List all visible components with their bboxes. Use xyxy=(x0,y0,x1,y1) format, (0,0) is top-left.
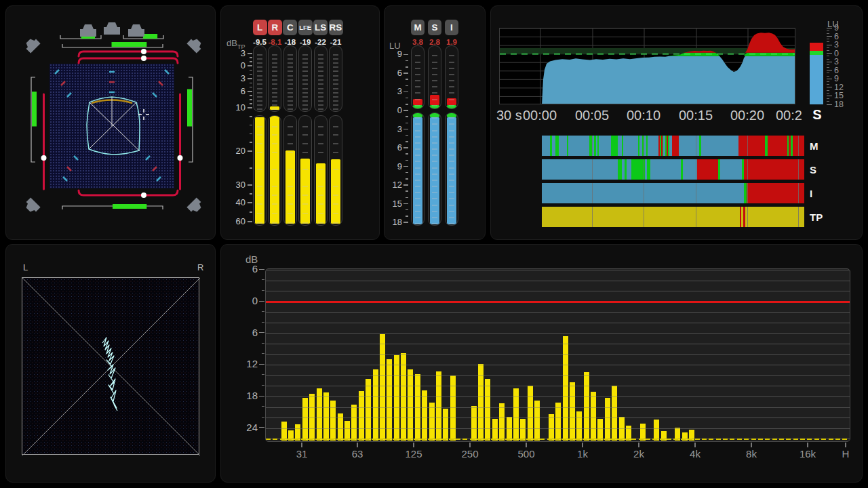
scale-tick xyxy=(248,221,252,222)
pill-tick xyxy=(432,186,437,187)
spectrum-gridline xyxy=(266,291,850,291)
spectrum-bar xyxy=(366,379,371,441)
channel-chip-RS[interactable]: RS xyxy=(329,20,343,35)
strip-gridline xyxy=(747,159,748,180)
channel-chip-R[interactable]: R xyxy=(268,20,282,35)
history-chart[interactable] xyxy=(499,28,795,104)
live-meter-label: S xyxy=(810,107,824,123)
pill-tick xyxy=(257,222,262,224)
lu-scale-number: 6 xyxy=(384,142,402,153)
strip-label-TP: TP xyxy=(810,211,823,223)
pill-tick xyxy=(257,134,262,136)
spectrum-x-label: H xyxy=(831,448,861,460)
pill-tick xyxy=(272,62,277,64)
strip-segment xyxy=(672,136,679,156)
channel-chip-LFE[interactable]: LFE xyxy=(298,20,313,35)
pill-tick xyxy=(333,222,338,224)
spectrum-chart[interactable] xyxy=(265,268,850,442)
gonio-display[interactable] xyxy=(22,277,199,455)
scale-minor-tick xyxy=(250,70,252,71)
speaker-wide-right-icon xyxy=(186,36,203,53)
spectrum-y-minor-tick xyxy=(262,374,264,375)
scale-minor-tick xyxy=(250,142,252,143)
strip-S[interactable] xyxy=(542,159,804,180)
strip-gridline xyxy=(592,136,593,156)
right-scale-tick xyxy=(827,70,832,70)
pill-tick xyxy=(333,54,338,56)
pill-tick xyxy=(333,96,338,98)
speaker-center-icon xyxy=(104,22,120,35)
pill-tick xyxy=(272,92,277,94)
pill-tick xyxy=(302,213,308,214)
lu-minor-tick xyxy=(406,216,408,217)
pill-tick xyxy=(272,104,277,106)
gonio-left-label: L xyxy=(23,262,28,272)
lu-chip-S[interactable]: S xyxy=(428,20,441,35)
spectrum-bar xyxy=(563,336,568,441)
strip-TP[interactable] xyxy=(542,207,804,227)
spectrum-bar xyxy=(654,420,659,441)
spectrum-y-minor-tick xyxy=(262,385,264,386)
spectrum-x-label: 63 xyxy=(342,448,372,460)
pill-tick xyxy=(318,104,323,106)
surround-level-rear xyxy=(113,204,146,209)
level-bar-LS xyxy=(316,163,326,224)
pill-tick xyxy=(288,169,293,170)
right-scale-tick xyxy=(827,104,832,105)
pill-tick xyxy=(333,100,338,102)
pill-tick xyxy=(333,58,338,60)
spectrum-bar xyxy=(471,406,477,441)
spectrum-x-tick xyxy=(301,443,302,447)
pill-tick xyxy=(449,92,454,94)
pill-tick xyxy=(318,213,323,214)
pill-tick xyxy=(272,108,277,110)
spectrum-y-label: 18 xyxy=(237,390,258,401)
right-scale-minor-tick xyxy=(827,47,829,48)
pill-tick xyxy=(288,79,293,81)
pill-tick xyxy=(302,169,308,170)
pill-tick xyxy=(333,195,338,196)
channel-chip-C[interactable]: C xyxy=(283,20,297,35)
spectrum-x-tick xyxy=(357,443,358,447)
lu-pill-S xyxy=(428,113,441,226)
pill-tick xyxy=(432,74,437,75)
right-scale-minor-tick xyxy=(827,90,829,91)
pill-tick xyxy=(257,54,262,56)
pill-tick xyxy=(302,104,308,106)
lu-scale-tick xyxy=(403,166,408,167)
lu-chip-I[interactable]: I xyxy=(445,20,458,35)
channel-chip-L[interactable]: L xyxy=(253,20,267,35)
strip-M[interactable] xyxy=(542,136,804,156)
pill-tick xyxy=(333,126,338,127)
right-scale-minor-tick xyxy=(827,67,829,68)
pill-tick xyxy=(432,174,437,175)
pill-tick xyxy=(415,186,420,187)
channel-chip-LS[interactable]: LS xyxy=(313,20,328,35)
pill-tick xyxy=(257,66,262,68)
strip-I[interactable] xyxy=(542,183,804,203)
spectrum-gridline xyxy=(266,418,850,418)
pill-tick xyxy=(257,195,262,196)
spectrum-bar xyxy=(429,403,435,441)
gonio-right-label: R xyxy=(197,262,203,272)
spectrum-bar xyxy=(443,409,448,441)
spectrum-y-label: 6 xyxy=(237,263,258,274)
pill-tick xyxy=(333,83,338,85)
pill-tick xyxy=(449,105,454,106)
pill-tick xyxy=(318,195,323,196)
strip-segment xyxy=(768,136,787,156)
marker-dots[interactable] xyxy=(41,49,183,198)
lu-chip-M[interactable]: M xyxy=(411,20,425,35)
spectrum-gridline xyxy=(266,386,850,386)
strip-segment xyxy=(631,159,645,180)
pill-tick xyxy=(415,167,420,169)
pill-tick xyxy=(288,222,293,224)
pill-tick xyxy=(288,203,293,205)
spectrum-x-label: 8k xyxy=(736,448,766,460)
spectrum-bar xyxy=(499,403,505,441)
strip-gridline xyxy=(747,207,748,227)
lu-minor-tick xyxy=(406,160,408,161)
pill-tick xyxy=(449,167,454,169)
pill-tick xyxy=(449,80,454,81)
meter-pill-LS xyxy=(314,45,328,112)
